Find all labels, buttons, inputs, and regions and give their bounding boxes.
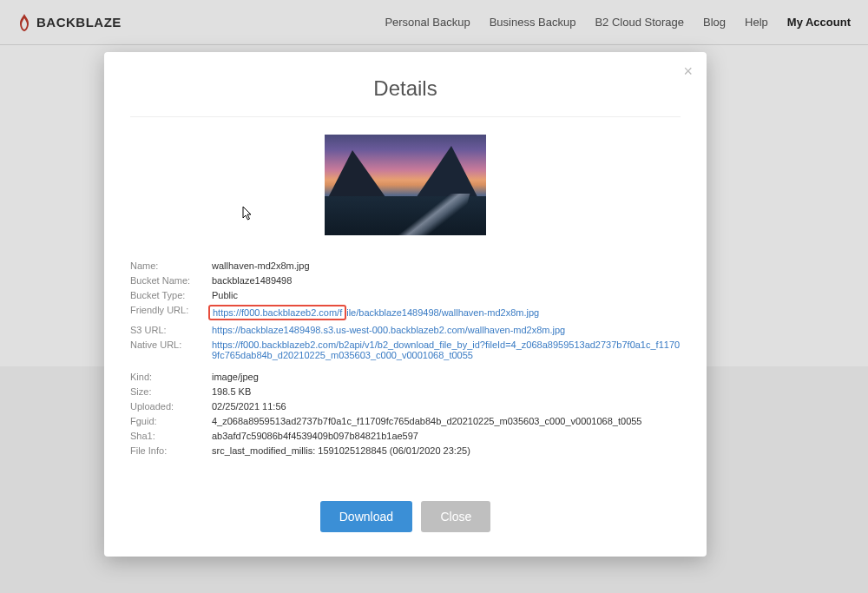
friendly-url-highlighted: https://f000.backblazeb2.com/f: [208, 305, 346, 320]
label-bucket-type: Bucket Type:: [130, 290, 212, 300]
download-button[interactable]: Download: [320, 501, 412, 532]
row-fguid: Fguid: 4_z068a8959513ad2737b7f0a1c_f1170…: [130, 413, 681, 428]
label-size: Size:: [130, 386, 212, 397]
value-size: 198.5 KB: [212, 386, 681, 397]
close-button[interactable]: Close: [421, 501, 490, 532]
label-native-url: Native URL:: [130, 339, 212, 350]
row-size: Size: 198.5 KB: [130, 384, 681, 399]
modal-footer: Download Close: [130, 501, 681, 532]
label-friendly-url: Friendly URL:: [130, 305, 212, 315]
value-bucket-type: Public: [212, 290, 681, 300]
row-file-info: File Info: src_last_modified_millis: 159…: [130, 443, 681, 458]
label-file-info: File Info:: [130, 445, 212, 456]
row-bucket-type: Bucket Type: Public: [130, 287, 681, 302]
label-kind: Kind:: [130, 372, 212, 382]
value-bucket-name: backblaze1489498: [212, 275, 681, 286]
row-native-url: Native URL: https://f000.backblazeb2.com…: [130, 337, 681, 362]
value-sha1: ab3afd7c59086b4f4539409b097b84821b1ae597: [212, 431, 681, 441]
row-uploaded: Uploaded: 02/25/2021 11:56: [130, 399, 681, 413]
close-icon[interactable]: ×: [683, 63, 693, 81]
details-modal: × Details Name: wallhaven-md2x8m.jpg Buc…: [104, 52, 707, 557]
value-uploaded: 02/25/2021 11:56: [212, 401, 681, 412]
modal-divider: [130, 116, 681, 117]
row-bucket-name: Bucket Name: backblaze1489498: [130, 273, 681, 287]
value-name: wallhaven-md2x8m.jpg: [212, 260, 681, 271]
value-fguid: 4_z068a8959513ad2737b7f0a1c_f11709fc765d…: [212, 416, 681, 426]
modal-title: Details: [130, 68, 681, 116]
row-name: Name: wallhaven-md2x8m.jpg: [130, 258, 681, 273]
file-preview: [130, 135, 681, 239]
row-friendly-url: Friendly URL: https://f000.backblazeb2.c…: [130, 302, 681, 322]
label-name: Name:: [130, 260, 212, 271]
value-kind: image/jpeg: [212, 372, 681, 382]
row-sha1: Sha1: ab3afd7c59086b4f4539409b097b84821b…: [130, 428, 681, 443]
label-uploaded: Uploaded:: [130, 401, 212, 412]
details-table: Name: wallhaven-md2x8m.jpg Bucket Name: …: [130, 258, 681, 458]
preview-thumbnail[interactable]: [325, 135, 486, 235]
value-file-info: src_last_modified_millis: 1591025128845 …: [212, 445, 681, 456]
label-sha1: Sha1:: [130, 431, 212, 441]
value-native-url[interactable]: https://f000.backblazeb2.com/b2api/v1/b2…: [212, 339, 681, 360]
row-s3-url: S3 URL: https://backblaze1489498.s3.us-w…: [130, 322, 681, 337]
row-kind: Kind: image/jpeg: [130, 369, 681, 384]
label-s3-url: S3 URL:: [130, 325, 212, 335]
label-fguid: Fguid:: [130, 416, 212, 426]
value-friendly-url[interactable]: https://f000.backblazeb2.com/file/backbl…: [212, 305, 681, 320]
friendly-url-rest: ile/backblaze1489498/wallhaven-md2x8m.jp…: [346, 307, 539, 318]
label-bucket-name: Bucket Name:: [130, 275, 212, 286]
value-s3-url[interactable]: https://backblaze1489498.s3.us-west-000.…: [212, 325, 681, 335]
